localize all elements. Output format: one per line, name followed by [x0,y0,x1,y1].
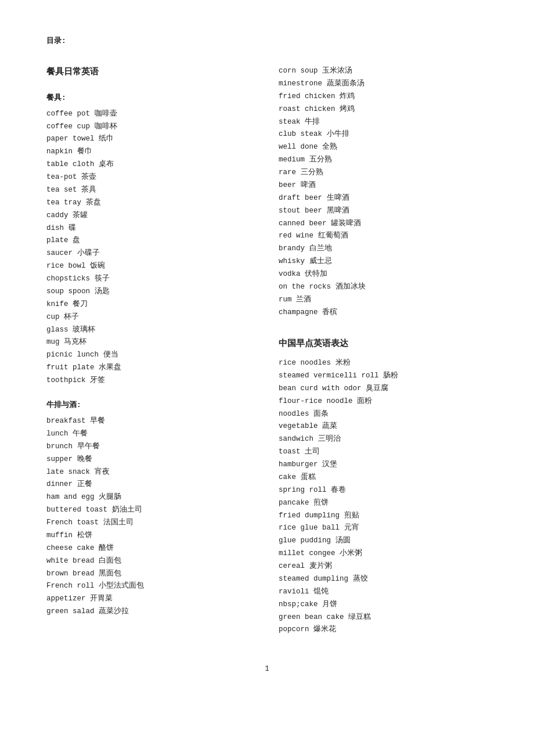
list-item: medium 五分熟 [279,154,488,167]
list-item: glass 玻璃杯 [46,324,255,337]
list-item: rice glue ball 元宵 [279,522,488,535]
list-item: table cloth 桌布 [46,159,255,171]
list-item: caddy 茶罐 [46,210,255,222]
left-column: 餐具日常英语 餐具: coffee pot 咖啡壶coffee cup 咖啡杯p… [46,65,255,640]
list-item: millet congee 小米粥 [279,548,488,560]
list-item: picnic lunch 便当 [46,349,255,362]
list-item: cereal 麦片粥 [279,560,488,573]
list-item: draft beer 生啤酒 [279,192,488,205]
list-item: French toast 法国土司 [46,517,255,530]
list-item: dish 碟 [46,222,255,235]
list-item: roast chicken 烤鸡 [279,103,488,116]
page-number: 1 [46,663,488,675]
list-item: beer 啤酒 [279,179,488,192]
list-item: pancake 煎饼 [279,497,488,510]
section2-title: 牛排与酒: [46,399,255,412]
list-item: flour-rice noodle 面粉 [279,395,488,408]
list-item: cup 杯子 [46,311,255,324]
soup-list: corn soup 玉米浓汤minestrone 蔬菜面条汤fried chic… [279,65,488,319]
breakfast-section-title: 中国早点英语表达 [279,337,488,352]
list-item: bean curd with odor 臭豆腐 [279,383,488,395]
list-item: napkin 餐巾 [46,146,255,159]
list-item: rice noodles 米粉 [279,357,488,370]
list-item: appetizer 开胃菜 [46,593,255,606]
list-item: dinner 正餐 [46,478,255,491]
list-item: tea set 茶具 [46,184,255,197]
list-item: plate 盘 [46,235,255,247]
list-item: rum 兰酒 [279,294,488,307]
list-item: noodles 面条 [279,408,488,421]
list-item: vodka 伏特加 [279,268,488,281]
list-item: sandwich 三明治 [279,433,488,446]
list-item: mug 马克杯 [46,336,255,349]
list-item: green bean cake 绿豆糕 [279,611,488,624]
list-item: glue pudding 汤圆 [279,535,488,548]
list-item: brunch 早午餐 [46,441,255,453]
list-item: steamed dumpling 蒸饺 [279,573,488,586]
list-item: minestrone 蔬菜面条汤 [279,78,488,91]
list-item: knife 餐刀 [46,298,255,311]
list-item: well done 全熟 [279,141,488,154]
list-item: chopsticks 筷子 [46,273,255,286]
list-item: popcorn 爆米花 [279,624,488,636]
list-item: hamburger 汉堡 [279,459,488,471]
list-item: club steak 小牛排 [279,128,488,141]
list-item: white bread 白面包 [46,555,255,568]
list-item: green salad 蔬菜沙拉 [46,606,255,618]
list-item: champagne 香槟 [279,307,488,319]
list-item: French roll 小型法式面包 [46,580,255,593]
list-item: steak 牛排 [279,116,488,129]
main-title: 餐具日常英语 [46,65,255,80]
list-item: cheese cake 酪饼 [46,542,255,555]
list-item: brandy 白兰地 [279,243,488,255]
list-item: brown bread 黑面包 [46,568,255,581]
list-item: saucer 小碟子 [46,247,255,260]
list-item: muffin 松饼 [46,530,255,542]
list-item: ham and egg 火腿肠 [46,491,255,504]
breakfast-list: rice noodles 米粉steamed vermicelli roll 肠… [279,357,488,636]
list-item: paper towel 纸巾 [46,133,255,146]
list-item: spring roll 春卷 [279,484,488,497]
list-item: coffee cup 咖啡杯 [46,121,255,134]
steak-list: breakfast 早餐lunch 午餐brunch 早午餐supper 晚餐l… [46,415,255,618]
list-item: stout beer 黑啤酒 [279,205,488,218]
list-item: rice bowl 饭碗 [46,260,255,273]
list-item: toast 土司 [279,446,488,459]
list-item: on the rocks 酒加冰块 [279,281,488,294]
list-item: canned beer 罐装啤酒 [279,218,488,231]
list-item: vegetable 蔬菜 [279,420,488,433]
list-item: toothpick 牙签 [46,375,255,387]
list-item: soup spoon 汤匙 [46,286,255,298]
list-item: tea tray 茶盘 [46,197,255,210]
list-item: breakfast 早餐 [46,415,255,428]
toc-title: 目录: [46,35,488,48]
list-item: fried dumpling 煎贴 [279,510,488,523]
list-item: buttered toast 奶油土司 [46,504,255,517]
list-item: tea-pot 茶壶 [46,171,255,184]
right-column: corn soup 玉米浓汤minestrone 蔬菜面条汤fried chic… [279,65,488,640]
list-item: cake 蛋糕 [279,471,488,484]
list-item: coffee pot 咖啡壶 [46,108,255,121]
list-item: late snack 宵夜 [46,466,255,479]
section1-title: 餐具: [46,92,255,105]
list-item: fruit plate 水果盘 [46,362,255,375]
list-item: nbsp;cake 月饼 [279,599,488,611]
list-item: red wine 红葡萄酒 [279,230,488,243]
list-item: lunch 午餐 [46,428,255,441]
list-item: whisky 威士忌 [279,255,488,268]
utensils-list: coffee pot 咖啡壶coffee cup 咖啡杯paper towel … [46,108,255,387]
list-item: steamed vermicelli roll 肠粉 [279,370,488,383]
list-item: supper 晚餐 [46,453,255,466]
list-item: ravioli 馄饨 [279,586,488,599]
list-item: rare 三分熟 [279,167,488,179]
list-item: corn soup 玉米浓汤 [279,65,488,78]
list-item: fried chicken 炸鸡 [279,91,488,103]
